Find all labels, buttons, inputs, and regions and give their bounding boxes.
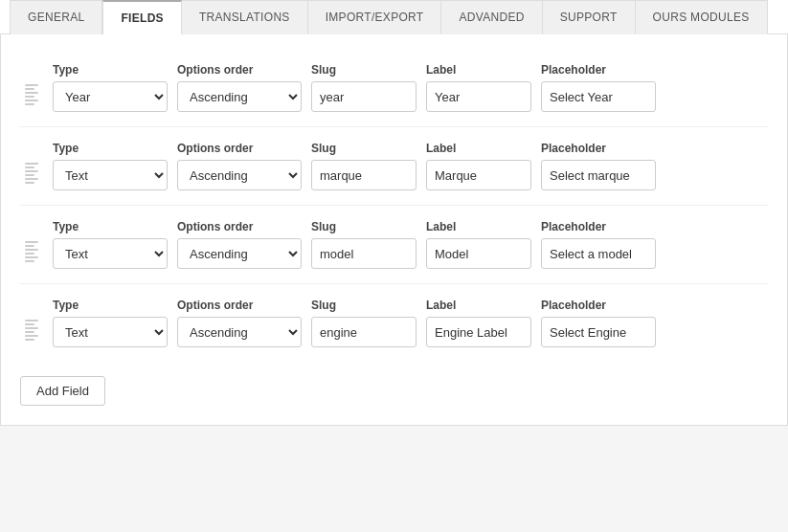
type-label-0: Type bbox=[53, 63, 168, 77]
type-select-2[interactable]: YearTextSelect bbox=[53, 238, 168, 269]
slug-field-3: Slug bbox=[311, 299, 417, 347]
slug-label-2: Slug bbox=[311, 220, 417, 233]
type-label-2: Type bbox=[53, 220, 168, 233]
field-group-3: TypeYearTextSelectOptions orderAscending… bbox=[53, 299, 768, 347]
field-row-1: TypeYearTextSelectOptions orderAscending… bbox=[20, 127, 768, 206]
order-label-1: Options order bbox=[177, 142, 302, 155]
label-field-0: Label bbox=[426, 63, 531, 112]
field-row-2: TypeYearTextSelectOptions orderAscending… bbox=[20, 206, 768, 284]
field-group-0: TypeYearTextSelectOptions orderAscending… bbox=[53, 63, 768, 112]
slug-label-3: Slug bbox=[311, 299, 417, 312]
label-field-2: Label bbox=[426, 220, 531, 269]
type-select-1[interactable]: YearTextSelect bbox=[53, 160, 168, 190]
slug-input-3[interactable] bbox=[311, 317, 417, 347]
slug-input-2[interactable] bbox=[311, 238, 417, 269]
type-field-3: TypeYearTextSelect bbox=[53, 299, 168, 347]
type-field-2: TypeYearTextSelect bbox=[53, 220, 168, 269]
field-row-3: TypeYearTextSelectOptions orderAscending… bbox=[20, 284, 768, 362]
order-label-3: Options order bbox=[177, 299, 302, 312]
slug-label-0: Slug bbox=[311, 63, 417, 77]
label-input-3[interactable] bbox=[426, 317, 531, 347]
slug-input-0[interactable] bbox=[311, 81, 417, 112]
tab-translations[interactable]: TRANSLATIONS bbox=[182, 0, 308, 34]
type-field-1: TypeYearTextSelect bbox=[53, 142, 168, 190]
label-input-2[interactable] bbox=[426, 238, 531, 269]
order-field-0: Options orderAscendingDescending bbox=[177, 63, 302, 112]
slug-field-0: Slug bbox=[311, 63, 417, 112]
slug-field-1: Slug bbox=[311, 142, 417, 190]
add-field-button[interactable]: Add Field bbox=[20, 376, 105, 406]
type-field-0: TypeYearTextSelect bbox=[53, 63, 168, 112]
slug-field-2: Slug bbox=[311, 220, 417, 269]
placeholder-label-1: Placeholder bbox=[541, 142, 656, 155]
order-select-2[interactable]: AscendingDescending bbox=[177, 238, 302, 269]
placeholder-label-3: Placeholder bbox=[541, 299, 656, 312]
placeholder-input-0[interactable] bbox=[541, 81, 656, 112]
type-label-1: Type bbox=[53, 142, 168, 155]
drag-handle-1[interactable] bbox=[20, 142, 43, 184]
drag-handle-3[interactable] bbox=[20, 299, 43, 341]
slug-label-1: Slug bbox=[311, 142, 417, 155]
field-group-1: TypeYearTextSelectOptions orderAscending… bbox=[53, 142, 768, 190]
field-group-2: TypeYearTextSelectOptions orderAscending… bbox=[53, 220, 768, 269]
drag-handle-2[interactable] bbox=[20, 220, 43, 262]
drag-handle-0[interactable] bbox=[20, 63, 43, 105]
placeholder-label-0: Placeholder bbox=[541, 63, 656, 77]
label-field-3: Label bbox=[426, 299, 531, 347]
tab-support[interactable]: SUPPORT bbox=[543, 0, 636, 34]
tab-general[interactable]: GENERAL bbox=[10, 0, 102, 34]
order-field-2: Options orderAscendingDescending bbox=[177, 220, 302, 269]
placeholder-field-2: Placeholder bbox=[541, 220, 656, 269]
tab-fields[interactable]: FIELDS bbox=[102, 0, 181, 34]
placeholder-input-3[interactable] bbox=[541, 317, 656, 347]
order-field-1: Options orderAscendingDescending bbox=[177, 142, 302, 190]
tab-import_export[interactable]: IMPORT/EXPORT bbox=[308, 0, 442, 34]
tabs-bar: GENERALFIELDSTRANSLATIONSIMPORT/EXPORTAD… bbox=[0, 0, 788, 34]
order-select-0[interactable]: AscendingDescending bbox=[177, 81, 302, 112]
label-input-1[interactable] bbox=[426, 160, 531, 190]
fields-content: TypeYearTextSelectOptions orderAscending… bbox=[0, 34, 788, 426]
label-label-3: Label bbox=[426, 299, 531, 312]
label-label-1: Label bbox=[426, 142, 531, 155]
placeholder-field-0: Placeholder bbox=[541, 63, 656, 112]
placeholder-input-1[interactable] bbox=[541, 160, 656, 190]
label-label-0: Label bbox=[426, 63, 531, 77]
placeholder-field-3: Placeholder bbox=[541, 299, 656, 347]
placeholder-field-1: Placeholder bbox=[541, 142, 656, 190]
label-field-1: Label bbox=[426, 142, 531, 190]
order-field-3: Options orderAscendingDescending bbox=[177, 299, 302, 347]
order-label-0: Options order bbox=[177, 63, 302, 77]
type-select-0[interactable]: YearTextSelect bbox=[53, 81, 168, 112]
type-select-3[interactable]: YearTextSelect bbox=[53, 317, 168, 347]
type-label-3: Type bbox=[53, 299, 168, 312]
placeholder-label-2: Placeholder bbox=[541, 220, 656, 233]
order-select-3[interactable]: AscendingDescending bbox=[177, 317, 302, 347]
field-row-0: TypeYearTextSelectOptions orderAscending… bbox=[20, 49, 768, 127]
order-select-1[interactable]: AscendingDescending bbox=[177, 160, 302, 190]
label-label-2: Label bbox=[426, 220, 531, 233]
placeholder-input-2[interactable] bbox=[541, 238, 656, 269]
tab-advanced[interactable]: ADVANDED bbox=[441, 0, 542, 34]
slug-input-1[interactable] bbox=[311, 160, 417, 190]
label-input-0[interactable] bbox=[426, 81, 531, 112]
order-label-2: Options order bbox=[177, 220, 302, 233]
tab-ours_modules[interactable]: OURS MODULES bbox=[636, 0, 768, 34]
